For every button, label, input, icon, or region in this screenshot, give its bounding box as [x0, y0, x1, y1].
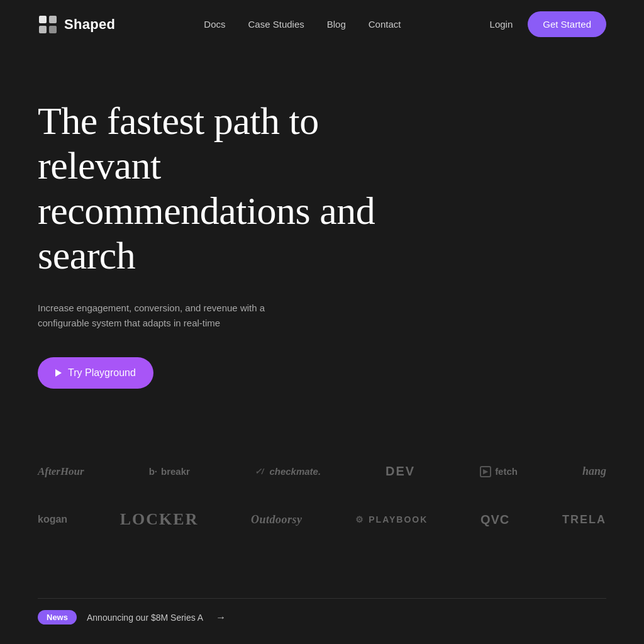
fetch-box-icon: ▶: [480, 466, 491, 477]
logo-text: Shaped: [64, 16, 115, 33]
hero-section: The fastest path to relevant recommendat…: [0, 48, 644, 426]
logo-locker: Locker: [120, 510, 199, 529]
logo-trela: TRELA: [562, 513, 606, 526]
news-badge: News: [38, 610, 77, 625]
get-started-button[interactable]: Get Started: [528, 11, 606, 37]
login-button[interactable]: Login: [490, 19, 513, 30]
logo-kogan: kogan: [38, 514, 67, 525]
navbar: Shaped Docs Case Studies Blog Contact Lo…: [0, 0, 644, 48]
nav-link-case-studies[interactable]: Case Studies: [248, 19, 304, 30]
try-playground-button[interactable]: Try Playground: [38, 357, 153, 389]
logo-hang: hang: [582, 465, 606, 478]
nav-links: Docs Case Studies Blog Contact: [204, 19, 401, 30]
playbook-gear-icon: ⚙: [355, 514, 365, 525]
nav-link-docs[interactable]: Docs: [204, 19, 225, 30]
svg-rect-2: [39, 26, 47, 33]
news-arrow-icon: →: [216, 612, 226, 623]
nav-link-contact[interactable]: Contact: [369, 19, 401, 30]
hero-title: The fastest path to relevant recommendat…: [38, 99, 402, 278]
checkmate-prefix-icon: ✓/: [255, 467, 264, 476]
logo-fetch: ▶ fetch: [480, 466, 518, 477]
play-icon: [55, 369, 62, 377]
news-text: Announcing our $8M Series A: [87, 613, 203, 623]
logos-row-2: kogan Locker Outdoorsy ⚙ PLAYBOOK QVC TR…: [38, 510, 606, 529]
svg-rect-0: [39, 16, 47, 23]
logos-section: AfterHour b· breakr ✓/ checkmate. DEV ▶ …: [0, 426, 644, 586]
svg-rect-3: [49, 26, 57, 33]
logo-playbook: ⚙ PLAYBOOK: [355, 514, 428, 525]
logo[interactable]: Shaped: [38, 14, 115, 35]
logo-breakr: b· breakr: [149, 466, 190, 477]
hero-subtitle: Increase engagement, conversion, and rev…: [38, 301, 302, 331]
nav-link-blog[interactable]: Blog: [327, 19, 346, 30]
try-playground-label: Try Playground: [68, 367, 136, 379]
svg-rect-1: [49, 16, 57, 23]
news-bar[interactable]: News Announcing our $8M Series A →: [38, 598, 606, 625]
logo-dev: DEV: [386, 464, 415, 479]
logo-checkmate: ✓/ checkmate.: [255, 466, 321, 477]
logo-outdoorsy: Outdoorsy: [251, 513, 303, 526]
nav-right: Login Get Started: [490, 11, 606, 37]
logo-qvc: QVC: [480, 513, 509, 527]
logos-row-1: AfterHour b· breakr ✓/ checkmate. DEV ▶ …: [38, 464, 606, 479]
logo-afterhour: AfterHour: [38, 465, 84, 478]
shaped-logo-icon: [38, 14, 58, 35]
